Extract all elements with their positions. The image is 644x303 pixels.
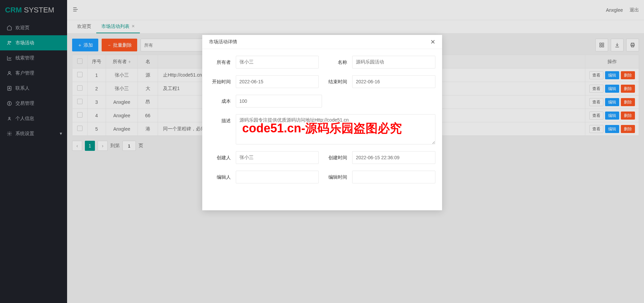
cost-field[interactable] (236, 95, 322, 107)
start-label: 开始时间 (209, 75, 236, 88)
owner-field[interactable] (236, 56, 319, 69)
creator-label: 创建人 (209, 151, 236, 164)
modal-title: 市场活动详情 (209, 39, 237, 45)
end-time-field[interactable] (352, 75, 435, 88)
detail-modal: 市场活动详情 ✕ 所有者 名称 开始时间 结束时间 成本 描述 (202, 35, 442, 210)
modal-overlay[interactable]: 市场活动详情 ✕ 所有者 名称 开始时间 结束时间 成本 描述 (0, 0, 644, 303)
create-time-label: 创建时间 (325, 151, 352, 164)
desc-field[interactable] (236, 114, 435, 144)
create-time-field[interactable] (352, 151, 435, 164)
modal-body: 所有者 名称 开始时间 结束时间 成本 描述 创建人 创建时间 (202, 49, 442, 210)
owner-label: 所有者 (209, 56, 236, 69)
modal-header: 市场活动详情 ✕ (202, 35, 442, 49)
editor-label: 编辑人 (209, 171, 236, 183)
editor-field[interactable] (236, 171, 319, 183)
close-icon[interactable]: ✕ (430, 38, 435, 46)
creator-field[interactable] (236, 151, 319, 164)
start-time-field[interactable] (236, 75, 319, 88)
end-label: 结束时间 (325, 75, 352, 88)
edit-time-label: 编辑时间 (325, 171, 352, 183)
cost-label: 成本 (209, 95, 236, 107)
edit-time-field[interactable] (352, 171, 435, 183)
name-label: 名称 (325, 56, 352, 69)
desc-label: 描述 (209, 114, 236, 144)
name-field[interactable] (352, 56, 435, 69)
